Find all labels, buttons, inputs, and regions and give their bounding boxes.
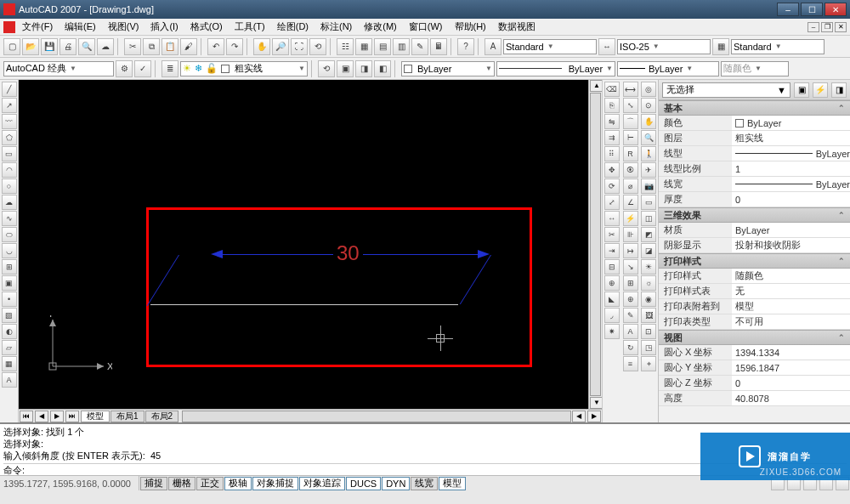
textstyle-icon[interactable]: A	[484, 38, 502, 55]
zoom-prev-icon[interactable]: ⟲	[309, 38, 326, 55]
mdi-close[interactable]: ✕	[835, 22, 847, 32]
menu-dataview[interactable]: 数据视图	[493, 19, 541, 35]
plot-icon[interactable]: 🖨	[60, 38, 76, 55]
camera-icon[interactable]: 📷	[641, 178, 656, 194]
chamfer-icon[interactable]: ◣	[604, 292, 620, 307]
maximize-button[interactable]: ☐	[801, 3, 823, 16]
viewcube-icon[interactable]: ◳	[641, 340, 656, 355]
calc-icon[interactable]: 🖩	[430, 38, 447, 55]
layer-prev-icon[interactable]: ⟲	[318, 60, 335, 77]
workspace-save-icon[interactable]: ✓	[134, 60, 151, 77]
walk-icon[interactable]: 🚶	[641, 146, 656, 161]
menu-edit[interactable]: 编辑(E)	[60, 19, 101, 35]
markup-icon[interactable]: ✎	[411, 38, 428, 55]
prop-center-z[interactable]: 圆心 Z 坐标0	[659, 376, 850, 391]
ucs-tool-icon[interactable]: ⌖	[641, 356, 656, 371]
ellipsearc-icon[interactable]: ◡	[2, 243, 17, 258]
menu-modify[interactable]: 修改(M)	[359, 19, 402, 35]
orbit-icon[interactable]: ◎	[641, 82, 656, 97]
layer-manager-icon[interactable]: ≣	[162, 60, 178, 77]
minimize-button[interactable]: –	[777, 3, 799, 16]
offset-icon[interactable]: ⇉	[604, 130, 620, 145]
dim-arc-icon[interactable]: ⌒	[623, 114, 638, 129]
point-icon[interactable]: •	[2, 292, 17, 307]
fly-icon[interactable]: ✈	[641, 162, 656, 178]
dim-aligned-icon[interactable]: ⤡	[623, 98, 638, 113]
dimstyle-icon[interactable]: ↔	[598, 38, 615, 55]
toggle-otrack[interactable]: 对象追踪	[299, 477, 345, 490]
prop-linetype[interactable]: 线型ByLayer	[659, 146, 850, 161]
cut-icon[interactable]: ✂	[124, 38, 141, 55]
dim-tedit-icon[interactable]: A	[623, 324, 638, 339]
trim-icon[interactable]: ✂	[604, 227, 620, 242]
pan-icon[interactable]: ✋	[253, 38, 270, 55]
rectangle-icon[interactable]: ▭	[2, 146, 17, 161]
polygon-icon[interactable]: ⬠	[2, 130, 17, 145]
rotate-icon[interactable]: ⟳	[604, 178, 620, 194]
vs-concept-icon[interactable]: ◪	[641, 243, 656, 258]
undo-icon[interactable]: ↶	[207, 38, 224, 55]
dim-linear-icon[interactable]: ⟷	[623, 82, 638, 97]
section-basic[interactable]: 基本⌃	[659, 100, 850, 116]
toggle-osnap[interactable]: 对象捕捉	[252, 477, 298, 490]
hscroll-left[interactable]: ◀	[572, 411, 586, 422]
designcenter-icon[interactable]: ▦	[355, 38, 372, 55]
lineweight-combo[interactable]: ByLayer▼	[617, 61, 719, 76]
light-icon[interactable]: ☀	[641, 259, 656, 275]
break-icon[interactable]: ⊟	[604, 259, 620, 275]
dim-radius-icon[interactable]: R	[623, 146, 638, 161]
dim-update-icon[interactable]: ↻	[623, 340, 638, 355]
copy-obj-icon[interactable]: ⎘	[604, 98, 620, 113]
region-icon[interactable]: ▱	[2, 340, 17, 355]
stretch-icon[interactable]: ↔	[604, 211, 620, 226]
color-combo[interactable]: ByLayer▼	[401, 61, 495, 76]
revcloud-icon[interactable]: ☁	[2, 195, 17, 210]
toggle-snap[interactable]: 捕捉	[140, 477, 167, 490]
workspace-combo[interactable]: AutoCAD 经典▼	[3, 61, 114, 76]
matchprop-icon[interactable]: 🖌	[180, 38, 197, 55]
3dpan-icon[interactable]: ✋	[641, 114, 656, 129]
erase-icon[interactable]: ⌫	[604, 82, 620, 97]
select-icon[interactable]: ◨	[831, 82, 847, 98]
circle-icon[interactable]: ○	[2, 178, 17, 194]
section-view[interactable]: 视图⌃	[659, 330, 850, 345]
help-icon[interactable]: ?	[457, 38, 474, 55]
dim-angular-icon[interactable]: ∠	[623, 195, 638, 210]
zoom-window-icon[interactable]: ⛶	[291, 38, 308, 55]
hatch-icon[interactable]: ▨	[2, 308, 17, 323]
menu-help[interactable]: 帮助(H)	[450, 19, 491, 35]
prop-plottype[interactable]: 打印表类型不可用	[659, 314, 850, 330]
prop-height[interactable]: 高度40.8078	[659, 391, 850, 406]
layer-tool2-icon[interactable]: ◨	[355, 60, 372, 77]
menu-file[interactable]: 文件(F)	[17, 19, 58, 35]
linetype-combo[interactable]: ByLayer▼	[496, 61, 615, 76]
hscroll-right[interactable]: ▶	[587, 411, 601, 422]
selection-combo[interactable]: 无选择▼	[662, 82, 790, 98]
vs-hidden-icon[interactable]: ◫	[641, 211, 656, 226]
scale-icon[interactable]: ⤢	[604, 195, 620, 210]
layer-tool1-icon[interactable]: ▣	[337, 60, 354, 77]
prop-lineweight[interactable]: 线宽ByLayer	[659, 177, 850, 192]
prop-thickness[interactable]: 厚度0	[659, 192, 850, 207]
sheetset-icon[interactable]: ▥	[393, 38, 410, 55]
prop-center-y[interactable]: 圆心 Y 坐标1596.1847	[659, 360, 850, 376]
vertical-scrollbar[interactable]: ▲ ▼	[588, 80, 602, 409]
line-icon[interactable]: ╱	[2, 82, 17, 97]
mdi-restore[interactable]: ❐	[821, 22, 833, 32]
tab-prev[interactable]: ◀	[35, 411, 48, 422]
materials-icon[interactable]: ◉	[641, 292, 656, 307]
prop-plotattach[interactable]: 打印表附着到模型	[659, 299, 850, 314]
menu-window[interactable]: 窗口(W)	[404, 19, 448, 35]
prop-plotstyle[interactable]: 打印样式随颜色	[659, 269, 850, 284]
toggle-model[interactable]: 模型	[439, 477, 466, 490]
mirror-icon[interactable]: ⇋	[604, 114, 620, 129]
block-icon[interactable]: ▣	[2, 275, 17, 291]
table-icon[interactable]: ▦	[2, 356, 17, 371]
menu-dim[interactable]: 标注(N)	[315, 19, 357, 35]
layer-combo[interactable]: ☀❄🔓 粗实线▼	[180, 61, 308, 76]
dim-tolerance-icon[interactable]: ⊞	[623, 275, 638, 291]
arc-icon[interactable]: ◠	[2, 162, 17, 178]
pickadd-icon[interactable]: ▣	[794, 82, 809, 98]
menu-view[interactable]: 视图(V)	[103, 19, 144, 35]
menu-insert[interactable]: 插入(I)	[145, 19, 183, 35]
